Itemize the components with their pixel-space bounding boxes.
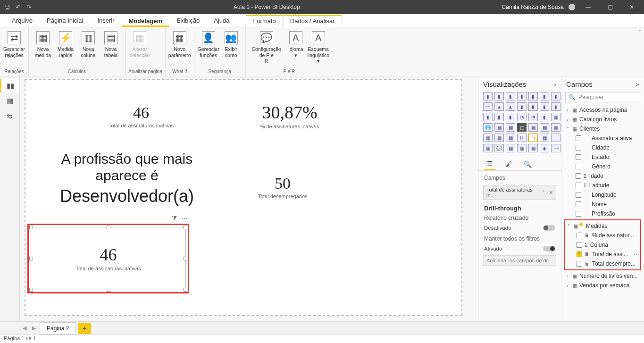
collapse-ribbon-icon[interactable]: ˆ <box>639 29 641 35</box>
quick-measure-button[interactable]: ⚡Medida rápida <box>54 29 77 60</box>
field-node[interactable]: Longitude <box>564 190 641 200</box>
viz-type-icon[interactable]: 〰 <box>483 102 493 111</box>
resize-handle[interactable] <box>29 226 33 229</box>
next-page-button[interactable]: ▶ <box>29 325 39 331</box>
table-node-clientes[interactable]: ˅▦Clientes <box>564 124 641 134</box>
viz-type-icon[interactable]: ▦ <box>494 134 504 142</box>
viz-pane-header[interactable]: Visualizações › <box>478 76 561 92</box>
fields-search-input[interactable]: 🔍 Pesquisar <box>565 92 640 102</box>
field-node[interactable]: ΣIdade <box>564 171 641 181</box>
redo-icon[interactable]: ↷ <box>26 4 32 11</box>
viz-type-icon[interactable]: ▦ <box>540 123 549 132</box>
viz-type-icon[interactable]: ◔ <box>517 113 527 121</box>
viz-type-icon[interactable]: ◈ <box>540 144 549 152</box>
measure-node-selected[interactable]: 🖩Total de assi...⋯ <box>565 250 640 259</box>
viz-type-icon[interactable]: ◔ <box>528 113 538 121</box>
qa-config-button[interactable]: 💬Configuração de P e R <box>249 29 284 66</box>
tab-format-context[interactable]: Formato <box>246 15 283 27</box>
analytics-tab[interactable]: 🔍 <box>522 158 533 170</box>
manage-roles-button[interactable]: 👤Gerenciar funções <box>197 29 220 60</box>
viz-type-icon[interactable]: ▦ <box>528 144 538 152</box>
field-node[interactable]: Gênero <box>564 162 641 171</box>
more-icon[interactable]: ⋯ <box>182 215 188 222</box>
viz-type-icon[interactable]: ▮ <box>551 92 560 100</box>
tab-file[interactable]: Arquivo <box>5 14 40 27</box>
chevron-down-icon[interactable]: ˅ <box>540 190 547 196</box>
viz-type-py-icon[interactable]: Py <box>528 134 538 142</box>
viz-type-icon[interactable]: ▦ <box>540 134 549 142</box>
cross-report-toggle[interactable] <box>543 225 555 231</box>
measure-node[interactable]: ΣColuna <box>565 240 640 250</box>
viz-type-icon[interactable]: ⋯ <box>551 144 560 152</box>
resize-handle[interactable] <box>184 288 187 292</box>
viz-type-icon[interactable]: ▦ <box>494 123 504 132</box>
field-pill[interactable]: Total de assinaturas in... ˅ ✕ <box>483 185 556 200</box>
viz-type-icon[interactable]: ▮ <box>483 92 493 100</box>
resize-handle[interactable] <box>107 226 110 229</box>
field-node[interactable]: Nome <box>564 200 641 209</box>
measure-node[interactable]: 🖩Total desempre... <box>565 259 640 268</box>
new-parameter-button[interactable]: ▦Novo parâmetro <box>168 29 191 60</box>
viz-type-icon[interactable]: ▮ <box>551 102 560 111</box>
filter-icon[interactable]: ⧩ <box>172 215 177 222</box>
viz-type-icon[interactable]: ▦ <box>517 144 527 152</box>
viz-type-icon[interactable]: 💬 <box>494 144 504 152</box>
viz-type-icon[interactable] <box>551 134 560 142</box>
viz-type-icon[interactable]: ▦ <box>483 144 493 152</box>
viz-type-card-icon[interactable]: ▢ <box>517 123 527 132</box>
viz-type-icon[interactable]: ▦ <box>551 113 560 121</box>
field-checkbox[interactable] <box>576 211 581 217</box>
maximize-button[interactable]: ▢ <box>602 4 619 10</box>
measure-node[interactable]: 🖩% de assinatur... <box>565 231 640 240</box>
table-node[interactable]: ›▦Número de livros ven... <box>564 271 641 281</box>
page-tab[interactable]: Página 2 <box>40 322 76 335</box>
new-table-button[interactable]: ▤Nova tabela <box>100 29 122 60</box>
undo-icon[interactable]: ↶ <box>16 4 21 11</box>
new-column-button[interactable]: ▥Nova coluna <box>77 29 100 60</box>
viz-type-icon[interactable]: ▮ <box>483 113 493 121</box>
resize-handle[interactable] <box>107 288 110 292</box>
viz-type-icon[interactable]: ▮ <box>506 113 515 121</box>
report-canvas[interactable]: 46 Total de assinaturas inativas 30,87% … <box>25 79 462 316</box>
field-checkbox[interactable] <box>576 154 581 160</box>
field-checkbox[interactable] <box>576 173 581 179</box>
data-view-button[interactable]: ▦ <box>2 94 17 108</box>
tab-insert[interactable]: Inserir <box>90 14 121 27</box>
viz-type-icon[interactable]: ▮ <box>540 92 549 100</box>
selected-card-visual[interactable]: ⧩ ⋯ 46 Total de assinaturas inativas <box>27 224 189 293</box>
view-as-button[interactable]: 👥Exibir como <box>220 29 243 60</box>
viz-type-icon[interactable]: ▲ <box>506 102 515 111</box>
tab-help[interactable]: Ajuda <box>207 14 236 27</box>
tab-data-context[interactable]: Dados / Analisar <box>283 15 342 27</box>
chevron-right-icon[interactable]: › <box>554 81 556 88</box>
resize-handle[interactable] <box>29 288 33 292</box>
resize-handle[interactable] <box>184 226 187 229</box>
viz-type-icon[interactable]: ▮ <box>528 102 538 111</box>
card-visual-1[interactable]: 46 Total de assinaturas inativas <box>82 104 200 128</box>
field-checkbox[interactable] <box>576 135 581 141</box>
viz-type-icon[interactable]: ▦ <box>483 134 493 142</box>
manage-relations-button[interactable]: ⇄Gerenciar relações <box>3 29 25 60</box>
viz-type-icon[interactable]: ▮ <box>494 92 504 100</box>
table-node[interactable]: ›▦Vendas por semana <box>564 281 641 290</box>
language-button[interactable]: AIdioma ▾ <box>284 29 307 60</box>
viz-type-icon[interactable]: ▦ <box>506 144 515 152</box>
table-node-medidas[interactable]: ˅▦Medidas <box>565 221 640 231</box>
field-checkbox[interactable] <box>576 183 581 188</box>
viz-type-icon[interactable]: ▮ <box>540 113 549 121</box>
viz-type-icon[interactable]: ▮ <box>517 92 527 100</box>
viz-type-icon[interactable]: ▮ <box>506 92 515 100</box>
field-node[interactable]: Assinatura ativa <box>564 134 641 143</box>
table-node[interactable]: ›▦Acessos na página <box>564 105 641 115</box>
card-visual-3[interactable]: 50 Total desempregados <box>228 175 337 199</box>
field-checkbox[interactable] <box>577 242 582 248</box>
field-checkbox[interactable] <box>576 145 581 151</box>
viz-type-icon[interactable]: 🌐 <box>483 123 493 132</box>
fields-well-tab[interactable]: ☰ <box>484 158 495 170</box>
field-node[interactable]: ΣLatitude <box>564 181 641 190</box>
viz-type-icon[interactable]: ▦ <box>506 123 515 132</box>
viz-type-icon[interactable]: ▦ <box>506 134 515 142</box>
field-node[interactable]: Profissão <box>564 209 641 218</box>
field-checkbox[interactable] <box>577 233 582 238</box>
tab-home[interactable]: Página Inicial <box>40 14 90 27</box>
